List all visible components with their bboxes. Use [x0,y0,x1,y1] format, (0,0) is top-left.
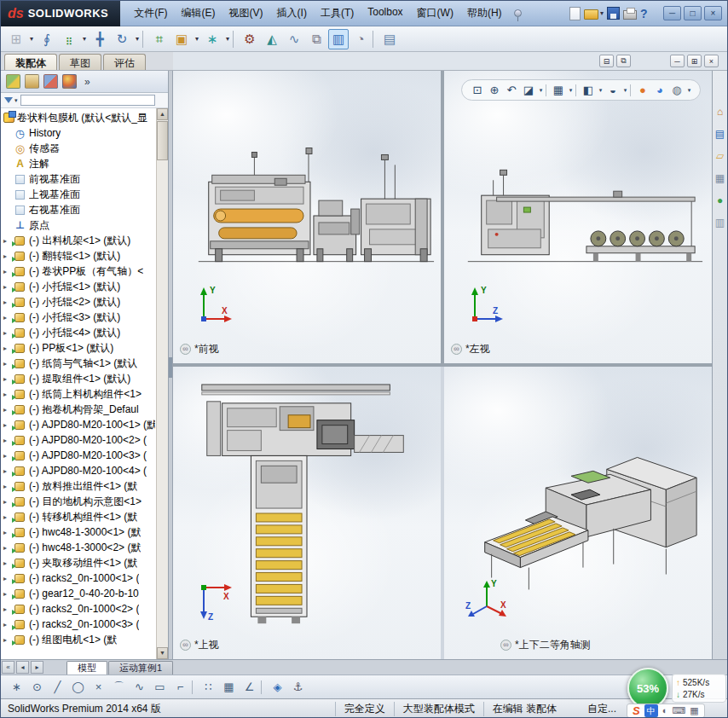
linear-component-pattern-icon[interactable]: ⣶ [59,29,79,49]
tree-item[interactable]: ▸ 上视基准面 [1,187,155,202]
tree-item[interactable]: ▸ (-) 小托辊<2> (默认) [1,294,155,310]
edit-appearance-icon[interactable]: ● [635,82,650,98]
sketch-circle-icon[interactable]: ⊙ [28,678,46,696]
scroll-down-icon[interactable]: ▼ [157,647,168,659]
explode-line-sketch-icon[interactable]: ∿ [284,29,304,49]
expand-arrow-icon[interactable]: ▸ [3,237,11,245]
tree-item[interactable]: ▸ (-) gear12_0-40-20-b-10 [1,586,155,601]
open-dropdown-icon[interactable]: ▾ [600,9,604,17]
menu-item[interactable]: 文件(F) [127,3,174,23]
featuremanager-icon[interactable] [6,74,20,89]
previous-view-icon[interactable]: ↶ [504,82,519,98]
expand-arrow-icon[interactable]: ▸ [3,605,11,613]
sketch-arc-icon[interactable]: ⌒ [110,678,128,696]
doc-gap-icon[interactable] [633,55,667,67]
sketch-point-icon[interactable]: ∗ [8,678,26,696]
tree-item[interactable]: ▸ (-) 出料机架<1> (默认) [1,233,155,248]
assembly-visualization-icon[interactable]: ▥ [328,29,349,49]
separator-icon[interactable] [373,31,378,48]
next-tab-icon[interactable]: ▸ [31,661,43,674]
sketch-line-icon[interactable]: ╱ [49,678,66,696]
status-custom-text[interactable]: 自定... [587,702,616,716]
tree-item[interactable]: ▸ 原点 [1,217,155,233]
save-icon[interactable] [607,7,620,20]
tree-item[interactable]: ▸ (-) hwc48-1-3000<2> (默 [1,540,155,555]
close-document-icon[interactable]: × [704,55,719,67]
tile-vertically-icon[interactable]: ⧉ [616,55,631,67]
dropdown-arrow-icon[interactable]: ▾ [81,29,88,49]
tree-item[interactable]: ▸ (-) PP板<1> (默认) [1,340,155,356]
section-view-icon[interactable]: ◪ [521,82,536,98]
expand-arrow-icon[interactable]: ▸ [3,544,11,552]
dropdown-arrow-icon[interactable]: ▾ [598,82,604,98]
menu-item[interactable]: 插入(I) [270,3,314,23]
expand-arrow-icon[interactable]: ▸ [3,375,11,383]
hide-show-items-icon[interactable]: ◒ [605,82,621,98]
separator-icon[interactable] [630,84,633,96]
speedball-overlay[interactable]: 53% [627,668,668,709]
appearances-scenes-icon[interactable]: ● [714,194,727,207]
insert-components-icon[interactable]: ⊞ [6,29,26,49]
custom-properties-icon[interactable]: ▥ [714,216,727,229]
zoom-to-area-icon[interactable]: ⊕ [487,82,502,98]
sketch-spline-icon[interactable]: ∿ [130,678,148,696]
tree-item[interactable]: ▸ (-) 抱卷机构骨架_Defaul [1,402,155,417]
pin-icon[interactable] [514,9,522,17]
expand-arrow-icon[interactable]: ▸ [3,498,11,506]
view-settings-icon[interactable]: ◍ [669,82,685,98]
iso-cube-icon[interactable]: ◈ [269,678,286,696]
tree-item[interactable]: ▸ (-) 卷状PP板（有气轴）< [1,263,155,279]
propertymanager-icon[interactable] [25,74,39,89]
expand-arrow-icon[interactable]: ▸ [3,452,11,460]
ime-keyboard-icon[interactable]: ⌨ [672,704,685,717]
expand-arrow-icon[interactable]: ▸ [3,391,11,398]
expand-arrow-icon[interactable]: ▸ [3,329,11,337]
tree-item[interactable]: ▸ (-) 纸筒上料机构组件<1> [1,386,155,402]
anchor-icon[interactable]: ⚓ [289,678,307,696]
menu-item[interactable]: 窗口(W) [410,3,460,23]
restore-document-icon[interactable]: ⊞ [687,55,702,67]
ime-toolbox-icon[interactable]: ▦ [690,704,698,717]
expand-arrow-icon[interactable]: ▸ [3,298,11,306]
tree-item[interactable]: ▸ (-) 小托辊<3> (默认) [1,310,155,325]
tree-item[interactable]: ▸ (-) racks2_0n-1000<1> ( [1,570,155,586]
expand-arrow-icon[interactable]: ▸ [3,513,11,521]
reference-geometry-icon[interactable]: ∗ [202,29,222,49]
separator-icon[interactable] [142,31,147,48]
dropdown-arrow-icon[interactable]: ▾ [134,29,141,49]
scrollbar-thumb[interactable] [157,121,168,160]
filter-dropdown-icon[interactable]: ▾ [14,97,18,104]
rotate-component-icon[interactable]: ↻ [112,29,132,49]
interference-detection-icon[interactable]: ⧉ [306,29,326,49]
help-icon[interactable] [640,7,652,20]
performance-evaluation-icon[interactable]: ◔ [350,29,371,49]
tree-item[interactable]: ▸ (-) 放料推出组件<1> (默 [1,478,155,494]
apply-scene-icon[interactable]: ◕ [652,82,667,98]
separator-icon[interactable] [546,84,549,96]
new-document-icon[interactable] [569,7,581,20]
tree-item[interactable]: ▸ (-) AJPD80-M20-100<2> ( [1,432,155,448]
solidworks-resources-icon[interactable]: ⌂ [714,105,727,119]
expand-arrow-icon[interactable]: ▸ [3,421,11,429]
tree-item[interactable]: ▸ (-) 纸筒与气轴<1> (默认 [1,356,155,371]
separator-icon[interactable] [192,680,197,694]
tree-item[interactable]: ▸ (-) AJPD80-M20-100<1> (默 [1,417,155,432]
expand-arrow-icon[interactable]: ▸ [3,268,11,275]
exploded-view-icon[interactable]: ◭ [262,29,282,49]
previous-tab-icon[interactable]: ◂ [16,661,29,674]
tile-horizontally-icon[interactable]: ⊟ [599,55,614,67]
sogou-logo-icon[interactable]: S [633,704,640,717]
assembly-features-icon[interactable]: ▣ [171,29,192,49]
filter-input[interactable] [20,95,155,106]
displaymanager-icon[interactable] [62,74,77,89]
maximize-button[interactable]: □ [684,6,702,20]
tree-item[interactable]: ▸ 前视基准面 [1,171,155,187]
sketch-rectangle-icon[interactable]: ▭ [151,678,169,696]
tree-item[interactable]: ▸ 传感器 [1,141,155,156]
tree-item[interactable]: ▸ (-) 夹取移动组件<1> (默 [1,555,155,570]
expand-arrow-icon[interactable]: ▸ [3,252,11,260]
menu-item[interactable]: 帮助(H) [460,3,509,23]
viewport-front[interactable]: Y X *前视 [173,71,441,363]
tree-item[interactable]: ▸ History [1,125,155,141]
tree-item[interactable]: ▸ (-) racks2_0n-1000<3> ( [1,617,155,632]
